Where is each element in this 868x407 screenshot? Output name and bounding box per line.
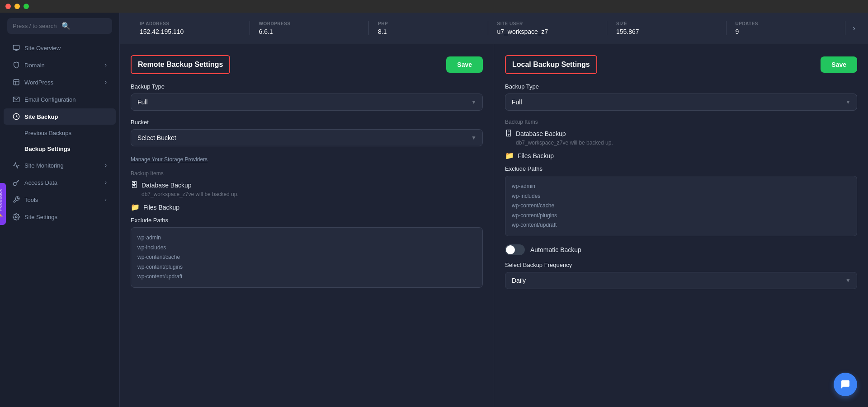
topbar-user-label: SITE USER	[497, 21, 598, 26]
svg-line-9	[18, 181, 19, 181]
local-backup-type-group: Backup Type Full Database Only Files Onl…	[505, 83, 857, 111]
frequency-wrapper: Daily Weekly Monthly	[505, 272, 857, 289]
sidebar-item-site-overview[interactable]: Site Overview	[4, 40, 116, 56]
local-database-backup-item: 🗄 Database Backup	[505, 130, 857, 138]
remote-backup-type-group: Backup Type Full Database Only Files Onl…	[131, 83, 483, 111]
feedback-tab[interactable]: ⚡ Feedback	[0, 182, 6, 225]
svg-point-8	[13, 182, 16, 186]
files-icon: 📁	[131, 203, 140, 211]
local-database-backup-label: Database Backup	[516, 130, 566, 137]
local-backup-type-label: Backup Type	[505, 83, 857, 90]
local-save-button[interactable]: Save	[821, 56, 857, 73]
gear-icon	[13, 213, 20, 220]
sidebar-item-site-settings[interactable]: Site Settings	[4, 209, 116, 225]
exclude-path-3: wp-content/cache	[137, 253, 476, 262]
frequency-group: Select Backup Frequency Daily Weekly Mon…	[505, 262, 857, 289]
remote-bucket-select[interactable]: Select Bucket	[131, 129, 483, 146]
local-exclude-path-1: wp-admin	[512, 182, 850, 192]
automatic-backup-label: Automatic Backup	[530, 246, 581, 253]
frequency-label: Select Backup Frequency	[505, 262, 857, 268]
topbar-wp-value: 6.6.1	[259, 28, 360, 35]
automatic-backup-toggle[interactable]	[505, 244, 525, 255]
sidebar-item-label: Site Settings	[24, 214, 57, 220]
minimize-button[interactable]	[14, 4, 20, 9]
tools-icon	[13, 196, 20, 203]
backup-icon	[13, 113, 20, 120]
frequency-select[interactable]: Daily Weekly Monthly	[505, 272, 857, 289]
local-backup-type-select[interactable]: Full Database Only Files Only	[505, 94, 857, 111]
remote-exclude-paths-area[interactable]: wp-admin wp-includes wp-content/cache wp…	[131, 227, 483, 288]
topbar-php: PHP 8.1	[369, 21, 488, 35]
svg-line-10	[17, 182, 18, 182]
remote-save-button[interactable]: Save	[446, 56, 483, 73]
exclude-path-5: wp-content/updraft	[137, 272, 476, 282]
remote-exclude-label: Exclude Paths	[131, 217, 483, 224]
sidebar-sub-label: Previous Backups	[24, 130, 71, 136]
chat-button[interactable]	[834, 373, 857, 396]
topbar-php-value: 8.1	[378, 28, 479, 35]
maximize-button[interactable]	[24, 4, 29, 9]
exclude-path-2: wp-includes	[137, 243, 476, 253]
local-backup-type-wrapper: Full Database Only Files Only	[505, 94, 857, 111]
chevron-right-icon: ›	[105, 62, 107, 68]
sidebar-item-label: Site Backup	[24, 113, 58, 120]
local-files-backup-label: Files Backup	[518, 152, 554, 159]
remote-backup-items-label: Backup Items	[131, 170, 483, 177]
sidebar-item-wordpress[interactable]: WordPress ›	[4, 74, 116, 90]
topbar-ip: IP ADDRESS 152.42.195.110	[131, 21, 250, 35]
topbar-size-label: SIZE	[616, 21, 717, 26]
sidebar-item-tools[interactable]: Tools ›	[4, 192, 116, 208]
local-exclude-paths-area[interactable]: wp-admin wp-includes wp-content/cache wp…	[505, 176, 857, 236]
local-database-icon: 🗄	[505, 130, 512, 138]
sidebar-item-access-data[interactable]: Access Data ›	[4, 174, 116, 191]
sidebar-item-domain[interactable]: Domain ›	[4, 57, 116, 73]
topbar-updates: UPDATES 9	[726, 21, 846, 35]
window-chrome	[0, 0, 868, 13]
local-database-backup-desc: db7_workspace_z7ve will be backed up.	[516, 140, 857, 146]
sidebar-sub-label: Backup Settings	[24, 145, 71, 152]
automatic-backup-row: Automatic Backup	[505, 244, 857, 255]
topbar-size: SIZE 155.867	[607, 21, 726, 35]
sidebar-item-label: WordPress	[24, 79, 53, 86]
sidebar-item-label: Site Monitoring	[24, 162, 64, 169]
local-backup-panel: Local Backup Settings Save Backup Type F…	[494, 44, 868, 407]
sidebar-item-site-monitoring[interactable]: Site Monitoring ›	[4, 157, 116, 173]
sidebar-item-email[interactable]: Email Configuration	[4, 91, 116, 108]
search-bar[interactable]: Press / to search 🔍	[7, 18, 112, 34]
local-exclude-paths-group: Exclude Paths wp-admin wp-includes wp-co…	[505, 165, 857, 236]
topbar-ip-label: IP ADDRESS	[140, 21, 241, 26]
topbar-updates-value: 9	[736, 28, 836, 35]
manage-storage-link[interactable]: Manage Your Storage Providers	[131, 156, 208, 163]
exclude-path-4: wp-content/plugins	[137, 262, 476, 272]
sidebar-item-label: Access Data	[24, 179, 57, 186]
toggle-knob	[506, 245, 515, 254]
sidebar-item-site-backup[interactable]: Site Backup	[4, 108, 116, 125]
sidebar-item-backup-settings[interactable]: Backup Settings	[4, 141, 116, 156]
sidebar-item-previous-backups[interactable]: Previous Backups	[4, 126, 116, 140]
feedback-label: ⚡ Feedback	[0, 189, 3, 218]
remote-files-backup-item: 📁 Files Backup	[131, 203, 483, 211]
local-exclude-path-4: wp-content/plugins	[512, 211, 850, 221]
wordpress-icon	[13, 79, 20, 86]
local-panel-title: Local Backup Settings	[505, 55, 597, 74]
search-icon: 🔍	[61, 22, 107, 30]
remote-backup-type-wrapper: Full Database Only Files Only	[131, 94, 483, 111]
monitor2-icon	[13, 162, 20, 169]
local-files-backup-item: 📁 Files Backup	[505, 151, 857, 160]
content-area: Remote Backup Settings Save Backup Type …	[120, 44, 868, 407]
collapse-button[interactable]: ›	[851, 22, 857, 35]
local-exclude-path-5: wp-content/updraft	[512, 220, 850, 230]
remote-database-backup-label: Database Backup	[142, 182, 192, 189]
topbar-php-label: PHP	[378, 21, 479, 26]
close-button[interactable]	[5, 4, 11, 9]
database-icon: 🗄	[131, 181, 138, 189]
chevron-right-icon: ›	[105, 196, 107, 203]
search-placeholder: Press / to search	[13, 23, 58, 29]
topbar-updates-label: UPDATES	[736, 21, 836, 26]
svg-point-11	[15, 216, 17, 218]
email-icon	[13, 96, 20, 103]
remote-backup-type-select[interactable]: Full Database Only Files Only	[131, 94, 483, 111]
chevron-right-icon: ›	[105, 162, 107, 168]
remote-files-backup-label: Files Backup	[143, 204, 179, 211]
shield-icon	[13, 61, 20, 69]
